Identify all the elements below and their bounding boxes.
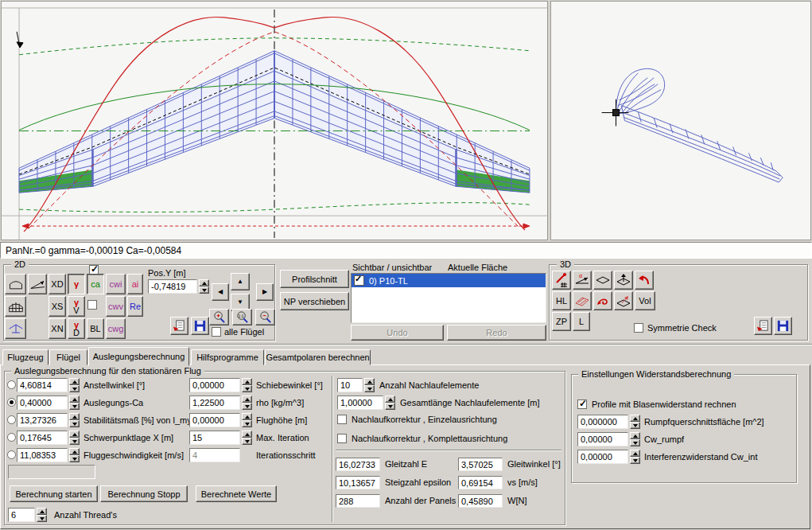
- cwi-button[interactable]: cwi: [106, 274, 126, 294]
- schiebewinkel-spinner[interactable]: [242, 378, 252, 392]
- rotate-view-button[interactable]: [635, 271, 654, 290]
- gesamtlaenge-spinner[interactable]: [385, 396, 395, 410]
- schwerpunktlage-input[interactable]: [17, 431, 68, 445]
- flughoehe-spinner[interactable]: [242, 413, 252, 427]
- radio-auslegungs-ca[interactable]: [7, 398, 16, 407]
- spin-down[interactable]: [37, 515, 47, 522]
- spin-up[interactable]: [242, 431, 252, 438]
- berechnung-stopp-button[interactable]: Berechnung Stopp: [100, 485, 188, 502]
- rho-spinner[interactable]: [242, 396, 252, 410]
- spin-up[interactable]: [242, 413, 252, 420]
- xn-button[interactable]: XN: [49, 318, 66, 339]
- print-2d-button[interactable]: [170, 317, 188, 335]
- spin-down[interactable]: [364, 385, 375, 392]
- rho-input[interactable]: [189, 396, 240, 410]
- schiebewinkel-input[interactable]: [189, 378, 240, 392]
- rumpfquerschnitt-input[interactable]: [577, 415, 628, 429]
- flughoehe-input[interactable]: [189, 413, 240, 427]
- tab-hilfsprogramme[interactable]: Hilfsprogramme: [191, 349, 264, 365]
- spin-down[interactable]: [69, 385, 80, 392]
- posy-spin-down[interactable]: [199, 286, 209, 294]
- spin-up[interactable]: [364, 378, 375, 385]
- dihedral-view-button[interactable]: [5, 318, 26, 339]
- max-iteration-spinner[interactable]: [242, 431, 252, 445]
- posy-spinner[interactable]: [199, 279, 209, 294]
- alpha-view-button[interactable]: [28, 274, 47, 294]
- cwg-button[interactable]: cwg: [106, 318, 126, 339]
- zoom-out-button[interactable]: [255, 309, 275, 325]
- planform-view-button[interactable]: [5, 274, 26, 294]
- spin-down[interactable]: [630, 422, 640, 429]
- l-button[interactable]: L: [573, 312, 590, 331]
- spin-down[interactable]: [242, 420, 252, 427]
- cw-rumpf-input[interactable]: [577, 432, 628, 446]
- spin-up[interactable]: [242, 378, 252, 385]
- spin-up[interactable]: [630, 415, 640, 422]
- surface-list-item[interactable]: 0) P10-TL: [352, 274, 546, 287]
- undo-button[interactable]: Undo: [351, 325, 444, 341]
- spin-up[interactable]: [69, 396, 80, 403]
- spin-up[interactable]: [69, 413, 80, 420]
- posy-input[interactable]: [148, 279, 197, 294]
- profilschnitt-button[interactable]: Profilschnitt: [280, 270, 349, 288]
- anstellwinkel-input[interactable]: [17, 378, 68, 392]
- cw-int-spinner[interactable]: [630, 450, 640, 464]
- tab-fluegel[interactable]: Flügel: [49, 349, 87, 365]
- pan-right-button[interactable]: ▶: [256, 283, 274, 301]
- symmetrie-check-checkbox[interactable]: [634, 323, 643, 333]
- blasenwiderstand-checkbox[interactable]: [577, 399, 587, 409]
- surface-listbox[interactable]: 0) P10-TL: [351, 273, 546, 323]
- auslegungs-ca-spinner[interactable]: [69, 396, 80, 410]
- surface-visible-checkbox[interactable]: [354, 275, 364, 286]
- pan-up-button[interactable]: ▲: [231, 273, 250, 290]
- berechnete-werte-button[interactable]: Berechnete Werte: [196, 485, 277, 502]
- zoom-in-button[interactable]: [209, 309, 229, 325]
- save-2d-button[interactable]: [191, 317, 209, 335]
- cw-int-input[interactable]: [577, 450, 628, 464]
- berechnung-starten-button[interactable]: Berechnung starten: [10, 485, 98, 502]
- threads-spinner[interactable]: [37, 508, 47, 522]
- einzelausrichtung-checkbox[interactable]: [337, 415, 347, 424]
- fluggeschwindigkeit-input[interactable]: [17, 448, 68, 462]
- nachlaufelemente-input[interactable]: [337, 378, 363, 392]
- anstellwinkel-spinner[interactable]: [69, 378, 80, 392]
- spin-down[interactable]: [69, 438, 80, 445]
- ca-button[interactable]: ca: [87, 274, 104, 294]
- zp-button[interactable]: ZP: [552, 312, 571, 331]
- bl-button[interactable]: BL: [87, 318, 104, 339]
- re-button[interactable]: Re: [127, 296, 143, 317]
- spin-down[interactable]: [630, 439, 640, 446]
- spin-down[interactable]: [242, 403, 252, 410]
- xs-button[interactable]: XS: [49, 296, 66, 317]
- pan-left-button[interactable]: ◀: [212, 283, 229, 301]
- radio-schwerpunktlage[interactable]: [7, 433, 16, 442]
- spin-down[interactable]: [242, 385, 252, 392]
- spin-up[interactable]: [69, 378, 80, 385]
- spin-up[interactable]: [242, 396, 252, 403]
- schwerpunktlage-spinner[interactable]: [69, 431, 80, 445]
- panel-flat-button[interactable]: [593, 271, 612, 290]
- spin-down[interactable]: [69, 455, 80, 462]
- draw-mesh-button[interactable]: [552, 271, 571, 290]
- spin-up[interactable]: [630, 450, 640, 457]
- panel-diag-arrow-button[interactable]: [614, 291, 633, 310]
- spin-up[interactable]: [630, 432, 640, 439]
- xd-button[interactable]: XD: [49, 274, 66, 294]
- stabilitaetsmass-input[interactable]: [17, 413, 68, 427]
- spin-up[interactable]: [37, 508, 47, 515]
- spin-down[interactable]: [69, 420, 80, 427]
- spin-up[interactable]: [69, 431, 80, 438]
- spin-up[interactable]: [69, 448, 80, 455]
- auslegungs-ca-input[interactable]: [17, 396, 68, 410]
- zoom-reset-button[interactable]: 1:1: [232, 309, 252, 325]
- spin-down[interactable]: [69, 403, 80, 410]
- tab-gesamtpolaren[interactable]: Gesamtpolaren berechnen: [265, 349, 371, 365]
- threads-input[interactable]: [8, 508, 35, 522]
- np-verschieben-button[interactable]: NP verschieben: [280, 292, 349, 310]
- spin-down[interactable]: [385, 403, 395, 410]
- nachlaufelemente-spinner[interactable]: [364, 378, 375, 392]
- rumpfquerschnitt-spinner[interactable]: [630, 415, 640, 429]
- ai-button[interactable]: ai: [127, 274, 143, 294]
- spin-up[interactable]: [385, 396, 395, 403]
- panel-hatch-button[interactable]: [573, 291, 592, 310]
